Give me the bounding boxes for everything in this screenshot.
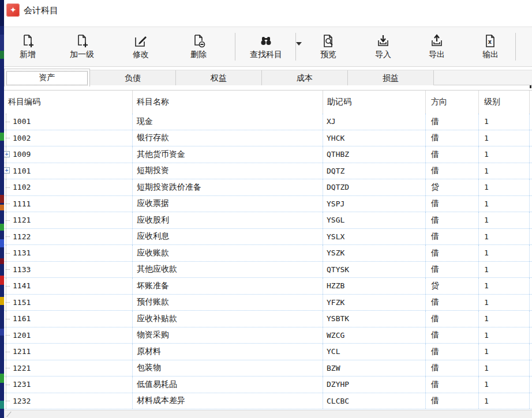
tree-dash — [6, 220, 10, 221]
table-row[interactable]: 1002 银行存款 YHCK 借 1 — [4, 130, 532, 147]
table-row[interactable]: 1001 现金 XJ 借 1 — [4, 114, 532, 130]
cell-direction: 借 — [426, 245, 479, 261]
toolbar-button-delete[interactable]: 删除 — [178, 27, 219, 66]
table-header-row: 科目编码 科目名称 助记码 方向 级别 — [4, 90, 532, 114]
toolbar-button-label: 修改 — [133, 50, 149, 60]
subject-name: 应收股利 — [137, 215, 169, 225]
cell-code: 1002 — [4, 130, 133, 146]
column-header-code[interactable]: 科目编码 — [4, 91, 133, 114]
cell-level: 1 — [479, 376, 530, 393]
direction-value: 借 — [431, 231, 439, 242]
table-row[interactable]: 1201 物资采购 WZCG 借 1 — [4, 327, 532, 344]
expand-plus-icon[interactable]: + — [4, 167, 10, 174]
cell-level: 1 — [479, 229, 530, 245]
toolbar-button-new-doc[interactable]: 新增 — [8, 27, 48, 66]
column-header-direction[interactable]: 方向 — [426, 91, 479, 114]
accounting-subjects-window: ✦ 会计科目 新增 加一级 修改 删除 查找科目 预览 导入 导出 — [4, 0, 532, 418]
column-header-mnemonic[interactable]: 助记码 — [323, 91, 426, 114]
tab-label: 权益 — [211, 73, 227, 82]
level-value: 1 — [484, 397, 489, 405]
toolbar-button-import[interactable]: 导入 — [363, 27, 403, 66]
cell-direction: 借 — [426, 295, 479, 311]
level-value: 1 — [484, 380, 489, 389]
cell-code: 1009 + — [4, 146, 133, 163]
toolbar-button-preview[interactable]: 预览 — [308, 27, 349, 66]
level-value: 1 — [484, 347, 489, 356]
tab-损益[interactable]: 损益 — [348, 70, 434, 85]
subject-name: 其他应收款 — [137, 264, 177, 274]
table-row[interactable]: 1211 原材料 YCL 借 1 — [4, 344, 532, 360]
cell-level: 1 — [479, 212, 530, 228]
cell-direction: 借 — [426, 376, 479, 393]
table-row[interactable]: 1111 应收票据 YSPJ 借 1 — [4, 196, 532, 213]
table-row[interactable]: 1122 应收利息 YSLX 借 1 — [4, 229, 532, 246]
mnemonic-code: DQTZ — [327, 167, 344, 175]
cell-code: 1232 — [4, 393, 133, 409]
direction-value: 借 — [431, 297, 439, 307]
subjects-table: 科目编码 科目名称 助记码 方向 级别 1001 现金 XJ 借 1 1002 … — [4, 90, 532, 410]
titlebar: ✦ 会计科目 — [4, 0, 532, 26]
table-row[interactable]: 1151 预付账款 YFZK 借 1 — [4, 295, 532, 311]
subject-code: 1201 — [13, 331, 31, 340]
column-header-name[interactable]: 科目名称 — [133, 91, 323, 114]
toolbar-button-find[interactable]: 查找科目 — [238, 27, 294, 66]
subject-code: 1101 — [13, 167, 31, 175]
subject-name: 现金 — [137, 116, 153, 127]
export-icon — [429, 33, 444, 48]
toolbar-button-add-level[interactable]: 加一级 — [58, 27, 106, 66]
bottom-scroll-strip[interactable] — [4, 410, 532, 418]
table-row[interactable]: 1009 + 其他货币资金 QTHBZ 借 1 — [4, 146, 532, 163]
tab-资产[interactable]: 资产 — [4, 69, 90, 86]
table-row[interactable]: 1131 应收账款 YSZK 借 1 — [4, 245, 532, 262]
cell-direction: 借 — [426, 393, 479, 409]
mnemonic-code: YHCK — [327, 134, 344, 142]
table-row[interactable]: 1121 应收股利 YSGL 借 1 — [4, 212, 532, 229]
subject-name: 应收补贴款 — [137, 314, 177, 324]
table-row[interactable]: 1221 包装物 BZW 借 1 — [4, 360, 532, 377]
desktop-icon-fragment — [0, 195, 4, 203]
mnemonic-code: YSBTK — [327, 314, 349, 323]
new-doc-icon — [20, 33, 35, 48]
toolbar-button-label: 预览 — [320, 50, 336, 60]
table-row[interactable]: 1161 应收补贴款 YSBTK 借 1 — [4, 311, 532, 327]
subject-code: 1121 — [13, 216, 31, 224]
column-header-level[interactable]: 级别 — [479, 91, 530, 114]
mnemonic-code: CLCBC — [327, 397, 349, 405]
subject-code: 1151 — [13, 298, 31, 307]
cell-name: 现金 — [133, 114, 323, 130]
expand-plus-icon[interactable]: + — [4, 151, 10, 157]
cell-mnemonic: BZW — [323, 360, 426, 376]
toolbar-button-export[interactable]: 导出 — [417, 27, 457, 66]
mnemonic-code: QTYSK — [327, 265, 349, 274]
subject-code: 1231 — [13, 380, 31, 389]
cell-code: 1102 — [4, 179, 133, 195]
toolbar-button-edit[interactable]: 修改 — [121, 27, 161, 66]
cell-direction: 借 — [426, 212, 479, 228]
mnemonic-code: DZYHP — [327, 380, 349, 389]
table-row[interactable]: 1101 + 短期投资 DQTZ 借 1 — [4, 163, 532, 180]
tab-成本[interactable]: 成本 — [262, 70, 348, 85]
table-row[interactable]: 1232 材料成本差异 CLCBC 借 1 — [4, 393, 532, 410]
subject-code: 1211 — [13, 347, 31, 356]
direction-value: 借 — [431, 149, 439, 160]
cell-name: 应收股利 — [133, 212, 323, 228]
dropdown-arrow-icon[interactable] — [296, 42, 302, 46]
table-row[interactable]: 1133 其他应收款 QTYSK 借 1 — [4, 262, 532, 278]
cell-name: 应收票据 — [133, 196, 323, 212]
direction-value: 借 — [431, 215, 439, 225]
cell-name: 材料成本差异 — [133, 393, 323, 409]
table-row[interactable]: 1102 短期投资跌价准备 DQTZD 贷 1 — [4, 179, 532, 196]
table-row[interactable]: 1141 坏账准备 HZZB 贷 1 — [4, 278, 532, 295]
cell-direction: 借 — [426, 327, 479, 344]
tree-dash — [6, 236, 10, 237]
subject-name: 预付账款 — [137, 297, 169, 307]
add-level-icon — [74, 33, 89, 48]
tab-权益[interactable]: 权益 — [176, 70, 262, 85]
cell-mnemonic: YSGL — [323, 212, 426, 228]
toolbar-button-label: 新增 — [20, 50, 36, 60]
cell-mnemonic: QTYSK — [323, 262, 426, 278]
level-value: 1 — [484, 183, 489, 191]
table-row[interactable]: 1231 低值易耗品 DZYHP 借 1 — [4, 376, 532, 393]
toolbar-button-output[interactable]: x 输出 — [470, 27, 511, 66]
tab-负债[interactable]: 负债 — [90, 70, 176, 85]
